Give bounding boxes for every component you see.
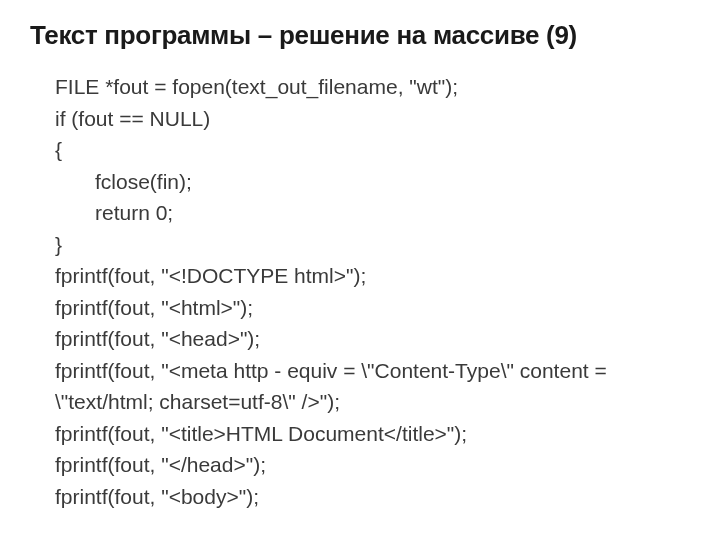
code-line: fprintf(fout, "<html>"); [55,292,690,324]
code-line: FILE *fout = fopen(text_out_filename, "w… [55,71,690,103]
code-block: FILE *fout = fopen(text_out_filename, "w… [30,71,690,512]
code-line: { [55,134,690,166]
code-line: fprintf(fout, "</head>"); [55,449,690,481]
code-line: } [55,229,690,261]
slide-title: Текст программы – решение на массиве (9) [30,20,690,51]
code-line: fprintf(fout, "<head>"); [55,323,690,355]
code-line: fprintf(fout, "<body>"); [55,481,690,513]
code-line: if (fout == NULL) [55,103,690,135]
code-line: fclose(fin); [55,166,690,198]
code-line: return 0; [55,197,690,229]
code-line: fprintf(fout, "<title>HTML Document</tit… [55,418,690,450]
code-line: fprintf(fout, "<!DOCTYPE html>"); [55,260,690,292]
code-line: fprintf(fout, "<meta http - equiv = \"Co… [55,355,690,418]
